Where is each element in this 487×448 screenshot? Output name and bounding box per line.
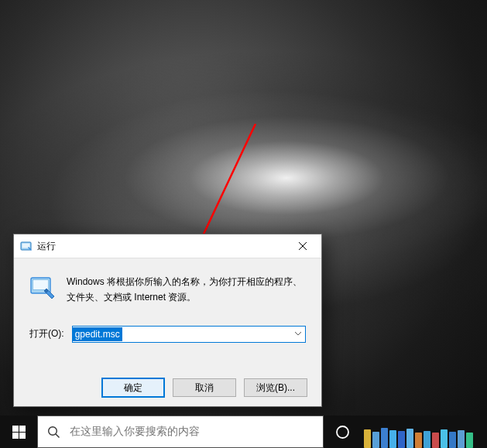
run-dialog-icon	[20, 240, 33, 252]
dialog-title: 运行	[37, 240, 285, 253]
ok-button[interactable]: 确定	[101, 378, 165, 398]
combobox-dropdown-button[interactable]	[291, 327, 305, 342]
taskbar-thumb[interactable]	[381, 428, 388, 448]
browse-button[interactable]: 浏览(B)...	[244, 378, 307, 397]
chevron-down-icon	[295, 332, 301, 336]
taskbar-thumb[interactable]	[432, 433, 439, 448]
taskbar-thumb[interactable]	[415, 433, 422, 448]
titlebar: 运行	[14, 234, 321, 258]
search-icon	[47, 426, 60, 439]
taskbar-thumb[interactable]	[458, 430, 465, 448]
taskbar-thumb[interactable]	[441, 429, 448, 448]
taskbar-thumb[interactable]	[364, 429, 371, 448]
svg-rect-7	[19, 426, 26, 432]
run-dialog: 运行 Windows 将根据你所输入的名称，为你打开相应的程序、文件夹、文档或	[13, 234, 322, 407]
taskbar-thumb[interactable]	[449, 432, 456, 448]
taskbar-thumb[interactable]	[466, 433, 473, 448]
svg-rect-8	[12, 433, 19, 439]
svg-point-12	[337, 426, 348, 438]
desktop-background: 运行 Windows 将根据你所输入的名称，为你打开相应的程序、文件夹、文档或	[0, 0, 487, 448]
taskbar-thumb[interactable]	[424, 431, 430, 448]
open-input-selection: gpedit.msc	[73, 327, 122, 341]
cancel-button[interactable]: 取消	[173, 378, 236, 397]
windows-logo-icon	[12, 426, 26, 439]
taskbar-window-previews	[364, 411, 473, 448]
dialog-description: Windows 将根据你所输入的名称，为你打开相应的程序、文件夹、文档或 Int…	[67, 274, 306, 306]
svg-rect-9	[19, 433, 26, 439]
taskbar-thumb[interactable]	[398, 431, 405, 448]
close-button[interactable]	[285, 235, 320, 258]
svg-rect-6	[12, 426, 19, 432]
svg-point-10	[49, 426, 57, 435]
open-label: 打开(O):	[29, 327, 64, 340]
cortana-icon	[335, 425, 350, 439]
taskbar-search[interactable]: 在这里输入你要搜索的内容	[37, 416, 324, 448]
open-combobox[interactable]: gpedit.msc	[72, 326, 306, 343]
taskbar-tray	[361, 416, 487, 448]
close-icon	[299, 242, 307, 250]
taskbar-search-placeholder: 在这里输入你要搜索的内容	[70, 425, 200, 439]
taskbar-thumb[interactable]	[372, 432, 379, 448]
cortana-button[interactable]	[324, 416, 361, 448]
taskbar-thumb[interactable]	[389, 430, 396, 448]
run-program-icon	[29, 274, 56, 300]
svg-line-11	[56, 434, 60, 438]
taskbar-thumb[interactable]	[406, 429, 413, 448]
start-button[interactable]	[0, 416, 37, 448]
dialog-button-row: 确定 取消 浏览(B)...	[14, 369, 321, 406]
taskbar: 在这里输入你要搜索的内容	[0, 416, 487, 448]
svg-rect-4	[33, 280, 49, 290]
